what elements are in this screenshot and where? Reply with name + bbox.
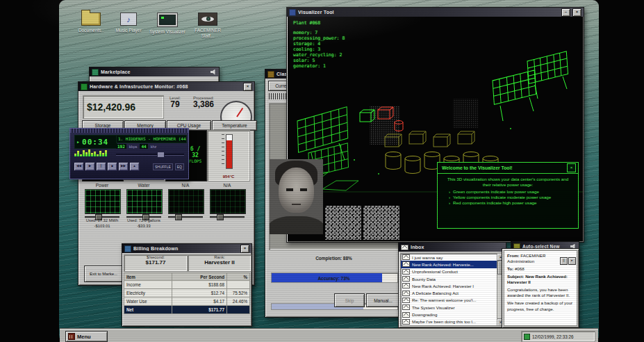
dialog-title: Welcome to the Visualizer Tool! xyxy=(442,165,567,170)
volume-knob[interactable] xyxy=(157,152,165,158)
na-slider[interactable] xyxy=(168,214,203,220)
stream-info: 192 kbps 44 khz xyxy=(116,144,156,149)
player-time-display: ▶ 00:34 xyxy=(74,135,117,149)
bitrate-value: 192 xyxy=(116,144,126,149)
shuffle-toggle[interactable]: SHUFFLE xyxy=(153,163,173,170)
na-slider-knob[interactable] xyxy=(175,214,182,220)
dialog-bullet: › Red components indicate high power usa… xyxy=(438,200,578,205)
inbox-item[interactable]: Maybe I've been doing this too l... xyxy=(401,318,497,325)
eq-toggle[interactable]: EQ xyxy=(175,163,184,170)
inbox-item[interactable]: Unprofessional Conduct xyxy=(401,268,497,275)
minimize-icon[interactable]: – xyxy=(561,8,570,17)
close-icon[interactable]: × xyxy=(240,245,249,253)
stat-line: memory: 7 xyxy=(293,30,345,35)
spectrum-analyzer xyxy=(74,149,112,156)
player-toggles: SHUFFLE EQ xyxy=(153,163,184,170)
inbox-titlebar[interactable]: Inbox xyxy=(399,243,506,252)
from-label: From: xyxy=(507,253,520,258)
inbox-item[interactable]: New Rank Achieved: Harvester I xyxy=(401,282,497,289)
per-second-cell: $/second: $171.77 xyxy=(124,254,188,272)
pause-button[interactable]: || xyxy=(560,257,568,265)
plant-stats: Plant #068 memory: 7 processing_power: 8… xyxy=(293,20,345,69)
inbox-item-subject: Bounty Data xyxy=(412,277,436,282)
temperature-panel: 954°C xyxy=(207,130,250,181)
level-stat: Level: 79 xyxy=(163,96,187,109)
data-matrix-block xyxy=(325,206,361,240)
cell-item: Water Use xyxy=(124,298,172,306)
inbox-item-subject: New Rank Achieved: Harvester I xyxy=(412,284,474,288)
visualizer-titlebar[interactable]: Visualizer Tool – × xyxy=(287,8,584,17)
desktop-icon-label: FACEMINER Staff... xyxy=(189,28,226,39)
volume-slider[interactable] xyxy=(116,152,184,156)
player-titlebar[interactable] xyxy=(70,129,188,133)
na-slider[interactable] xyxy=(210,214,245,220)
inbox-list[interactable]: I just wanna say New Rank Achieved: Harv… xyxy=(400,253,497,326)
email-pane-controls: || ▸ xyxy=(560,257,576,265)
cell-per-second: $4.17 xyxy=(172,298,227,306)
previous-button[interactable]: ◀◀ xyxy=(74,162,84,171)
menu-button[interactable]: Menu xyxy=(65,331,108,342)
eject-button[interactable]: ▲ xyxy=(129,162,140,171)
taskbar-clock: 12/02/1999, 22:33:26 xyxy=(521,331,595,342)
inbox-item[interactable]: The System Visualizer xyxy=(401,304,497,311)
billing-title: Billing Breakdown xyxy=(133,246,238,251)
close-icon[interactable]: × xyxy=(567,163,576,172)
billing-titlebar[interactable]: Billing Breakdown × xyxy=(122,244,251,253)
inbox-item-subject: Maybe I've been doing this too l... xyxy=(412,319,476,324)
inbox-item[interactable]: I just wanna say xyxy=(401,254,497,261)
inbox-item-subject: New Rank Achieved: Harveste... xyxy=(412,262,474,267)
cell-per-second: $171.77 xyxy=(172,306,227,314)
col-percent: % xyxy=(227,272,250,281)
na-slider-knob[interactable] xyxy=(217,214,224,220)
inbox-item[interactable]: Downgrading xyxy=(401,311,497,318)
dialog-body: This 3D visualization shows your data ce… xyxy=(438,174,578,188)
envelope-icon xyxy=(402,298,410,303)
hardware-monitor-icon xyxy=(81,83,88,90)
level-value: 79 xyxy=(163,100,187,109)
hardware-monitor-title: Hardware & Infrastructure Monitor: #068 xyxy=(90,84,241,89)
bullet-icon: › xyxy=(449,189,450,194)
envelope-icon xyxy=(402,283,410,288)
desktop-icon-system-visualizer[interactable]: System Visualizer xyxy=(149,13,186,35)
face-eye xyxy=(286,188,293,191)
marketplace-titlebar[interactable]: Marketplace xyxy=(90,67,219,76)
note-glyph: ♪ xyxy=(126,15,131,24)
hardware-monitor-titlebar[interactable]: Hardware & Infrastructure Monitor: #068 … xyxy=(79,82,254,91)
speaker-icon[interactable] xyxy=(210,70,217,75)
face-eye xyxy=(300,188,307,191)
advance-button[interactable]: ▸ xyxy=(568,257,576,265)
exit-to-marketplace-button[interactable]: Exit to Marke... xyxy=(84,266,123,282)
per-second-value: $171.77 xyxy=(124,259,187,266)
thermometer-fill xyxy=(226,140,232,168)
col-item: Item xyxy=(124,272,172,281)
close-icon[interactable]: × xyxy=(572,8,581,17)
manual-button[interactable]: Manual... xyxy=(366,293,400,307)
visualizer-title: Visualizer Tool xyxy=(298,10,559,15)
to-value: #068 xyxy=(515,266,525,271)
skip-button[interactable]: Skip xyxy=(334,293,365,307)
cell-percent xyxy=(227,306,250,314)
inbox-item[interactable]: A Delicate Balancing Act xyxy=(401,289,497,296)
billing-header-row: Item Per Second % xyxy=(124,272,250,281)
close-icon[interactable]: × xyxy=(243,83,252,91)
play-state-icon: ▶ xyxy=(77,140,80,144)
desktop-icon-documents[interactable]: Documents.. xyxy=(72,13,110,33)
tab-temperature[interactable]: Temperature xyxy=(212,120,257,131)
desktop-icon-music-player[interactable]: ♪ Music Player xyxy=(110,13,147,33)
power-panel-label: Power xyxy=(82,183,122,188)
stop-button[interactable]: ■ xyxy=(107,162,117,171)
monitor-screen-icon xyxy=(159,15,176,25)
inbox-item[interactable]: Re: The warmest welcome you'l... xyxy=(401,297,497,304)
inbox-window: Inbox I just wanna say New Rank Achieved… xyxy=(398,242,506,328)
face-skin xyxy=(279,168,314,213)
desktop-icon-faceminer-staff[interactable]: FACEMINER Staff... xyxy=(189,13,226,39)
inbox-item-selected[interactable]: New Rank Achieved: Harveste... xyxy=(401,261,497,268)
next-button[interactable]: ▶▶ xyxy=(118,162,129,171)
play-button[interactable]: ▶ xyxy=(85,162,95,171)
dialog-titlebar[interactable]: Welcome to the Visualizer Tool! × xyxy=(438,163,578,174)
power-graph xyxy=(85,189,121,214)
inbox-item[interactable]: Bounty Data xyxy=(401,275,497,282)
pause-button[interactable]: || xyxy=(96,162,106,171)
table-row: Income $188.68 xyxy=(124,281,250,289)
cell-item: Electricity xyxy=(124,289,172,298)
